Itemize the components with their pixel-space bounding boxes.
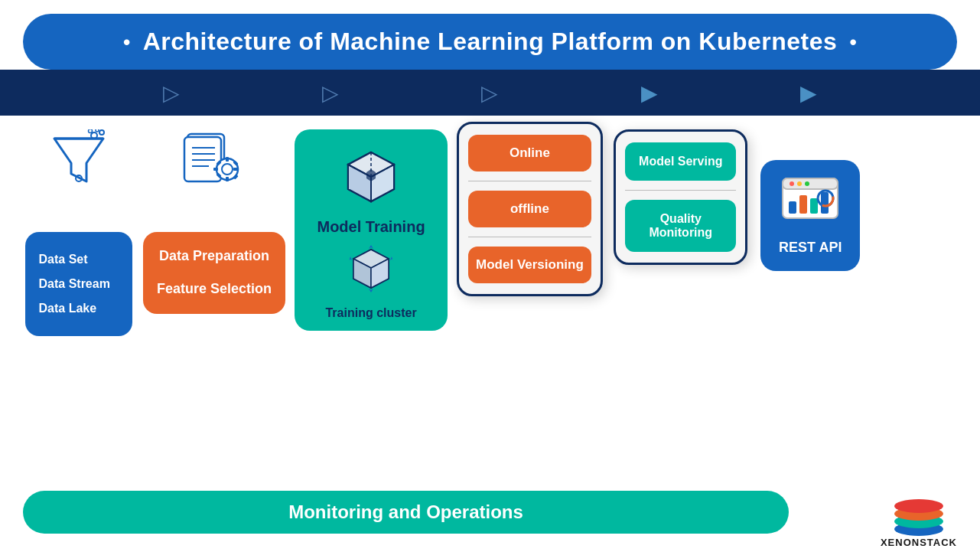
serving-divider bbox=[625, 190, 736, 191]
training-cluster-label: Training cluster bbox=[325, 306, 416, 320]
model-training-title: Model Training bbox=[317, 218, 425, 236]
svg-point-4 bbox=[96, 129, 99, 132]
col-restapi: REST API bbox=[759, 129, 862, 271]
svg-rect-42 bbox=[810, 198, 818, 214]
model-serving-button: Model Serving bbox=[625, 142, 736, 181]
dataprep-label1: Data Preparation bbox=[159, 247, 269, 265]
arrow-icon-1: ▷ bbox=[163, 80, 180, 106]
dataprep-label2: Feature Selection bbox=[157, 280, 272, 298]
svg-point-37 bbox=[790, 181, 794, 186]
svg-rect-40 bbox=[789, 201, 796, 214]
page-title: Architecture of Machine Learning Platfor… bbox=[143, 28, 838, 56]
dataprep-card: Data Preparation Feature Selection bbox=[143, 232, 285, 314]
col-training: Model Training Training cluster bbox=[295, 129, 448, 331]
svg-rect-15 bbox=[226, 157, 229, 162]
quality-monitoring-button: Quality Monitoring bbox=[625, 200, 736, 252]
xenonstack-label: XENONSTACK bbox=[881, 537, 957, 548]
model-versioning-button: Model Versioning bbox=[468, 247, 591, 283]
svg-point-39 bbox=[805, 181, 809, 186]
arrow-icon-2: ▷ bbox=[322, 80, 339, 106]
dataprep-icon-area bbox=[180, 129, 249, 194]
svg-rect-41 bbox=[799, 195, 807, 214]
training-cluster-icon bbox=[344, 243, 398, 297]
monitoring-bar: Monitoring and Operations bbox=[23, 491, 789, 534]
svg-point-49 bbox=[894, 499, 943, 513]
main-content: Data Set Data Stream Data Lake bbox=[0, 116, 980, 483]
document-gear-icon bbox=[180, 129, 249, 191]
rest-api-card: REST API bbox=[760, 160, 860, 271]
rest-api-label: REST API bbox=[779, 240, 842, 256]
svg-rect-16 bbox=[226, 177, 229, 181]
dataset-item-1: Data Set bbox=[39, 247, 119, 272]
svg-point-38 bbox=[797, 181, 802, 186]
header-bullet-right: • bbox=[849, 30, 857, 54]
col-serving: Model Serving Quality Monitoring bbox=[612, 129, 750, 265]
col-dataprep: Data Preparation Feature Selection bbox=[143, 129, 285, 314]
svg-rect-43 bbox=[821, 192, 829, 214]
model-training-card: Model Training Training cluster bbox=[295, 129, 448, 331]
header-bullet-left: • bbox=[123, 30, 131, 54]
serving-card: Model Serving Quality Monitoring bbox=[614, 129, 747, 265]
svg-rect-18 bbox=[233, 168, 238, 171]
arrow-icon-4: ▶ bbox=[641, 80, 658, 106]
svg-point-3 bbox=[99, 130, 104, 135]
dataset-item-3: Data Lake bbox=[39, 296, 119, 321]
arrow-icon-5: ▶ bbox=[800, 80, 817, 106]
divider-2 bbox=[468, 237, 591, 237]
svg-rect-17 bbox=[213, 168, 218, 171]
header-banner: • Architecture of Machine Learning Platf… bbox=[23, 14, 957, 70]
xenonstack-logo: XENONSTACK bbox=[881, 498, 957, 548]
offline-button: offline bbox=[468, 191, 591, 227]
col-featurestore: Online offline Model Versioning bbox=[457, 129, 603, 296]
funnel-icon bbox=[48, 129, 109, 191]
feature-store-card: Online offline Model Versioning bbox=[457, 122, 603, 296]
divider-1 bbox=[468, 181, 591, 181]
page-layout: • Architecture of Machine Learning Platf… bbox=[0, 0, 980, 552]
dataset-item-2: Data Stream bbox=[39, 272, 119, 296]
svg-point-5 bbox=[88, 129, 92, 133]
cube-icon bbox=[340, 146, 402, 207]
arrow-bar: ▷ ▷ ▷ ▶ ▶ bbox=[0, 70, 980, 116]
online-button: Online bbox=[468, 135, 591, 171]
rest-api-icon bbox=[780, 175, 841, 229]
xenonstack-layers-icon bbox=[892, 498, 946, 537]
funnel-icon-area bbox=[48, 129, 109, 194]
col-dataset: Data Set Data Stream Data Lake bbox=[23, 129, 134, 336]
monitoring-label: Monitoring and Operations bbox=[288, 501, 523, 522]
dataset-card: Data Set Data Stream Data Lake bbox=[25, 232, 132, 336]
arrow-icon-3: ▷ bbox=[481, 80, 498, 106]
